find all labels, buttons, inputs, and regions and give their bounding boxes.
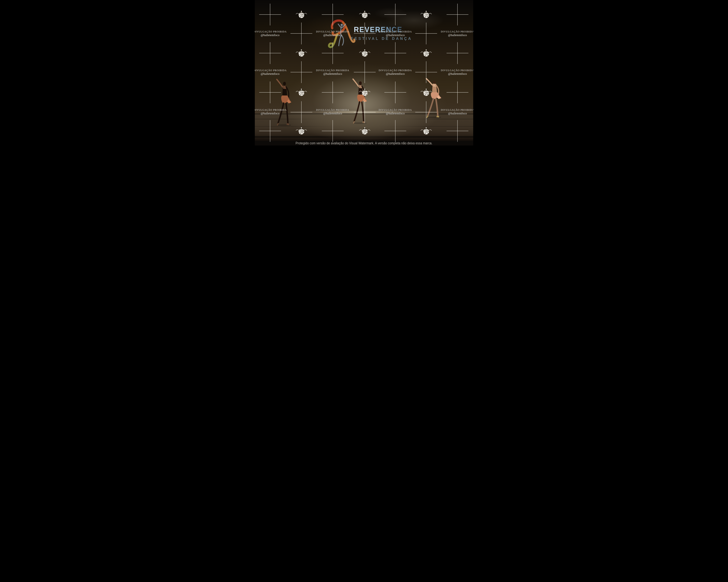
crosshair-plus-icon <box>384 82 406 103</box>
crosshair-plus-icon <box>322 120 344 142</box>
crosshair-plus-icon <box>322 4 344 25</box>
crosshair-plus-icon <box>446 120 468 142</box>
watermark-text-block: DIVULGAÇÃO PROIBIDA@balletemfoco <box>379 30 412 37</box>
watermark-layer: DIVULGAÇÃO PROIBIDA@balletemfocoDIVULGAÇ… <box>255 0 473 145</box>
watermark-line1: DIVULGAÇÃO PROIBIDA <box>316 30 349 33</box>
camera-aperture-dancer-icon <box>295 127 308 135</box>
crosshair-plus-icon <box>446 82 468 103</box>
camera-aperture-dancer-icon <box>359 10 371 19</box>
crosshair-plus-icon <box>290 23 312 45</box>
crosshair-plus-icon <box>415 101 437 123</box>
crosshair-plus-icon <box>354 61 375 83</box>
protection-notice-text: Protegido com versão de avaliação do Vis… <box>258 141 470 145</box>
watermark-line2: @balletemfoco <box>255 33 287 37</box>
crosshair-plus-icon <box>446 4 468 25</box>
crosshair-plus-icon <box>259 4 281 25</box>
watermark-line1: DIVULGAÇÃO PROIBIDA <box>316 69 349 72</box>
watermark-line1: DIVULGAÇÃO PROIBIDA <box>441 109 473 111</box>
camera-aperture-dancer-icon <box>359 49 371 57</box>
watermark-text-block: DIVULGAÇÃO PROIBIDA@balletemfoco <box>379 69 412 76</box>
watermark-line1: DIVULGAÇÃO PROIBIDA <box>441 69 473 72</box>
crosshair-plus-icon <box>384 120 406 142</box>
camera-aperture-dancer-icon <box>295 88 308 96</box>
watermark-text-block: DIVULGAÇÃO PROIBIDA@balletemfoco <box>316 109 349 115</box>
watermark-line1: DIVULGAÇÃO PROIBIDA <box>441 30 473 33</box>
watermark-line1: DIVULGAÇÃO PROIBIDA <box>255 69 287 72</box>
watermark-line2: @balletemfoco <box>316 33 349 37</box>
crosshair-plus-icon <box>415 23 437 45</box>
watermark-line2: @balletemfoco <box>441 112 473 115</box>
camera-aperture-dancer-icon <box>420 127 432 135</box>
crosshair-plus-icon <box>384 42 406 64</box>
watermark-text-block: DIVULGAÇÃO PROIBIDA@balletemfoco <box>316 30 349 37</box>
crosshair-plus-icon <box>354 23 375 45</box>
watermark-line2: @balletemfoco <box>316 112 349 115</box>
watermark-text-block: DIVULGAÇÃO PROIBIDA@balletemfoco <box>316 69 349 76</box>
watermark-line2: @balletemfoco <box>379 72 412 76</box>
camera-aperture-dancer-icon <box>359 88 371 96</box>
watermark-line2: @balletemfoco <box>316 72 349 76</box>
camera-aperture-dancer-icon <box>420 10 432 19</box>
camera-aperture-dancer-icon <box>420 88 432 96</box>
watermark-text-block: DIVULGAÇÃO PROIBIDA@balletemfoco <box>255 69 287 76</box>
watermark-line2: @balletemfoco <box>255 112 287 115</box>
camera-aperture-dancer-icon <box>420 49 432 57</box>
watermark-line1: DIVULGAÇÃO PROIBIDA <box>255 30 287 33</box>
watermark-line2: @balletemfoco <box>379 112 412 115</box>
watermark-line2: @balletemfoco <box>441 33 473 37</box>
watermark-line1: DIVULGAÇÃO PROIBIDA <box>379 30 412 33</box>
camera-aperture-dancer-icon <box>295 10 308 19</box>
watermark-line2: @balletemfoco <box>255 72 287 76</box>
watermark-text-block: DIVULGAÇÃO PROIBIDA@balletemfoco <box>379 109 412 115</box>
crosshair-plus-icon <box>259 82 281 103</box>
watermark-text-block: DIVULGAÇÃO PROIBIDA@balletemfoco <box>255 109 287 115</box>
crosshair-plus-icon <box>290 101 312 123</box>
watermark-text-block: DIVULGAÇÃO PROIBIDA@balletemfoco <box>441 109 473 115</box>
watermark-text-block: DIVULGAÇÃO PROIBIDA@balletemfoco <box>255 30 287 37</box>
crosshair-plus-icon <box>354 101 375 123</box>
crosshair-plus-icon <box>322 42 344 64</box>
watermark-line1: DIVULGAÇÃO PROIBIDA <box>255 109 287 111</box>
crosshair-plus-icon <box>290 61 312 83</box>
watermark-text-block: DIVULGAÇÃO PROIBIDA@balletemfoco <box>441 69 473 76</box>
crosshair-plus-icon <box>259 120 281 142</box>
crosshair-plus-icon <box>259 42 281 64</box>
watermark-line1: DIVULGAÇÃO PROIBIDA <box>379 109 412 111</box>
watermark-line1: DIVULGAÇÃO PROIBIDA <box>316 109 349 111</box>
crosshair-plus-icon <box>415 61 437 83</box>
watermark-text-block: DIVULGAÇÃO PROIBIDA@balletemfoco <box>441 30 473 37</box>
camera-aperture-dancer-icon <box>295 49 308 57</box>
watermark-line2: @balletemfoco <box>379 33 412 37</box>
camera-aperture-dancer-icon <box>359 127 371 135</box>
crosshair-plus-icon <box>384 4 406 25</box>
stage-photo: REVERENCE FESTIVAL DE DANÇA DIVULGAÇÃO P… <box>255 0 473 145</box>
crosshair-plus-icon <box>322 82 344 103</box>
crosshair-plus-icon <box>446 42 468 64</box>
watermark-line2: @balletemfoco <box>441 72 473 76</box>
watermark-line1: DIVULGAÇÃO PROIBIDA <box>379 69 412 72</box>
